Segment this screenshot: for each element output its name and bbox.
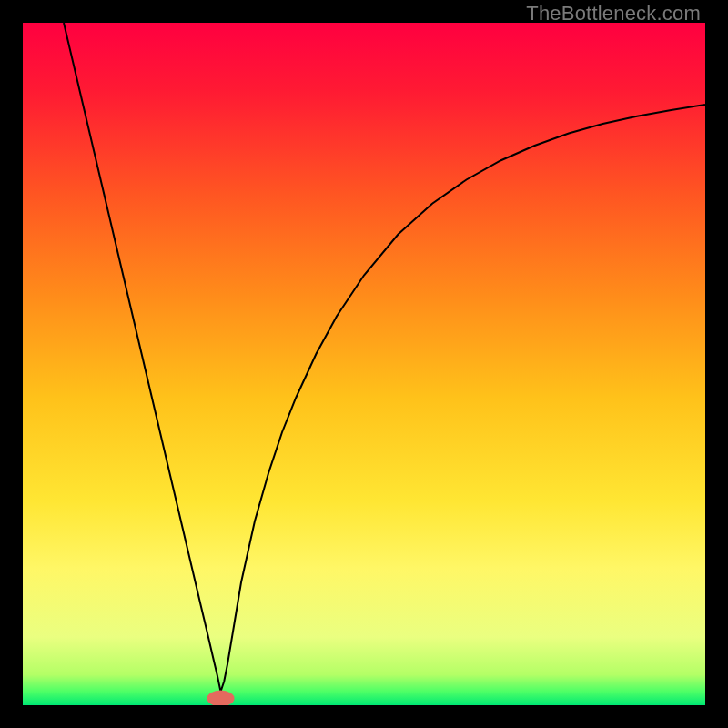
gradient-background — [23, 23, 705, 705]
bottleneck-chart — [23, 23, 705, 705]
chart-frame — [23, 23, 705, 705]
watermark-text: TheBottleneck.com — [526, 2, 701, 25]
